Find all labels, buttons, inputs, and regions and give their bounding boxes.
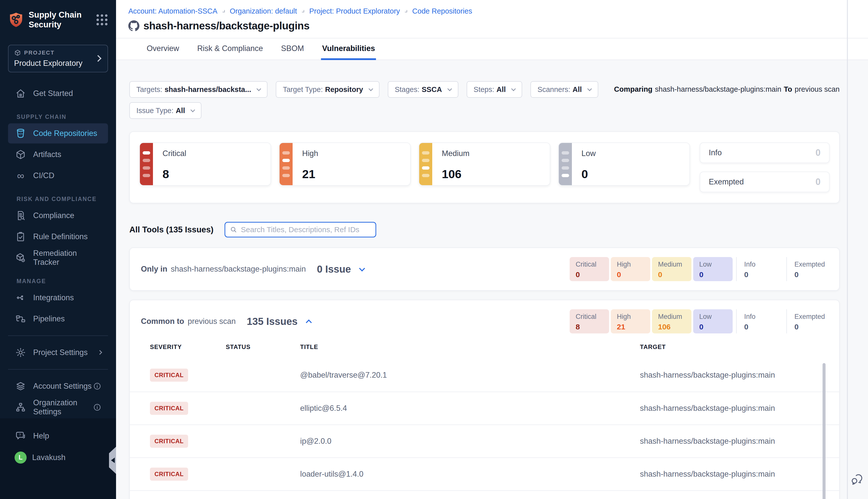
breadcrumb: Account: Automation-SSCA Organization: d… bbox=[128, 7, 868, 15]
sidebar-item-code-repositories[interactable]: </> Code Repositories bbox=[8, 123, 108, 144]
sidebar-item-get-started[interactable]: Get Started bbox=[8, 83, 108, 104]
issues-table: SEVERITY STATUS TITLE TARGET CRITICAL @b… bbox=[130, 339, 839, 499]
comparing-target: shash-harness/backstage-plugins:main bbox=[655, 85, 781, 93]
sidebar-item-pipelines[interactable]: Pipelines bbox=[8, 309, 108, 329]
table-scrollbar[interactable] bbox=[822, 363, 826, 499]
chevron-up-icon[interactable] bbox=[306, 319, 312, 325]
chevron-left-icon bbox=[111, 458, 115, 463]
comparing-scan: previous scan bbox=[795, 85, 840, 93]
column-header-target: TARGET bbox=[640, 343, 839, 351]
severity-bar-critical bbox=[140, 143, 153, 185]
module-grid-icon[interactable] bbox=[96, 13, 109, 26]
sidebar-item-label: Account Settings bbox=[33, 382, 92, 391]
cicd-infinity-icon: ∞ bbox=[15, 170, 27, 182]
issue-title[interactable]: @babel/traverse@7.20.1 bbox=[300, 370, 640, 380]
severity-bar-medium bbox=[419, 143, 432, 185]
tab-sbom[interactable]: SBOM bbox=[280, 38, 305, 60]
filter-stages[interactable]: Stages: SSCA bbox=[388, 81, 458, 98]
severity-badge: CRITICAL bbox=[150, 402, 188, 415]
filter-scanners[interactable]: Scanners: All bbox=[531, 81, 598, 98]
artifacts-cube-icon bbox=[15, 148, 27, 160]
severity-card-value: 8 bbox=[162, 167, 186, 181]
search-input[interactable] bbox=[241, 226, 371, 234]
tab-vulnerabilities[interactable]: Vulnerabilities bbox=[321, 38, 376, 60]
app-logo-shield-icon bbox=[8, 12, 24, 28]
chevron-right-icon bbox=[223, 10, 225, 12]
table-row[interactable]: CRITICAL parse-path@4.0.4 shash-harness/… bbox=[130, 490, 839, 499]
sidebar-item-organization-settings[interactable]: Organization Settings bbox=[8, 397, 108, 417]
user-menu[interactable]: L Lavakush bbox=[8, 448, 108, 467]
table-row[interactable]: CRITICAL ip@2.0.0 shash-harness/backstag… bbox=[130, 424, 839, 457]
sidebar-nav: Get Started SUPPLY CHAIN </> Code Reposi… bbox=[0, 82, 116, 418]
breadcrumb-account[interactable]: Account: Automation-SSCA bbox=[128, 7, 218, 15]
info-icon bbox=[93, 403, 101, 412]
sidebar-item-rule-definitions[interactable]: Rule Definitions bbox=[8, 227, 108, 247]
only-in-expander[interactable]: Only in shash-harness/backstage-plugins:… bbox=[130, 248, 839, 290]
sidebar-item-remediation-tracker[interactable]: Remediation Tracker bbox=[8, 248, 108, 268]
chevron-right-icon bbox=[405, 10, 407, 12]
column-header-status: STATUS bbox=[226, 343, 300, 351]
only-in-count: 0 Issue bbox=[317, 264, 351, 275]
project-cube-icon bbox=[14, 49, 21, 56]
sidebar-item-cicd[interactable]: ∞ CI/CD bbox=[8, 166, 108, 186]
nav-section-risk-compliance: RISK AND COMPLIANCE bbox=[16, 196, 116, 203]
breadcrumb-organization[interactable]: Organization: default bbox=[230, 7, 297, 15]
pill-high: High 0 bbox=[611, 257, 650, 281]
project-label: PROJECT bbox=[24, 49, 54, 56]
pill-low: Low 0 bbox=[693, 309, 733, 333]
table-row[interactable]: CRITICAL loader-utils@1.4.0 shash-harnes… bbox=[130, 457, 839, 490]
sidebar-item-project-settings[interactable]: Project Settings bbox=[8, 342, 108, 363]
page-title: shash-harness/backstage-plugins bbox=[144, 20, 309, 32]
pill-critical: Critical 0 bbox=[570, 257, 609, 281]
filter-target-type[interactable]: Target Type: Repository bbox=[276, 81, 380, 98]
pill-low: Low 0 bbox=[693, 257, 733, 281]
all-tools-heading: All Tools (135 Issues) bbox=[129, 225, 213, 234]
sidebar-item-account-settings[interactable]: Account Settings bbox=[8, 376, 108, 396]
issue-title[interactable]: elliptic@6.5.4 bbox=[300, 404, 640, 413]
severity-bar-low bbox=[559, 143, 572, 185]
tab-risk-compliance[interactable]: Risk & Compliance bbox=[196, 38, 264, 60]
chat-bubbles-icon[interactable] bbox=[851, 472, 864, 486]
table-row[interactable]: CRITICAL @babel/traverse@7.20.1 shash-ha… bbox=[130, 358, 839, 391]
sidebar-item-integrations[interactable]: Integrations bbox=[8, 288, 108, 308]
filter-issue-type[interactable]: Issue Type: All bbox=[129, 102, 201, 119]
filter-steps[interactable]: Steps: All bbox=[467, 81, 522, 98]
sidebar-item-label: Rule Definitions bbox=[33, 232, 88, 241]
app-title: Supply Chain Security bbox=[29, 10, 82, 30]
issue-target: shash-harness/backstage-plugins:main bbox=[640, 370, 839, 380]
issue-title[interactable]: loader-utils@1.4.0 bbox=[300, 470, 640, 479]
breadcrumb-code-repositories[interactable]: Code Repositories bbox=[412, 7, 472, 15]
home-icon bbox=[15, 87, 27, 99]
project-selector[interactable]: PROJECT Product Exploratory bbox=[8, 45, 108, 72]
table-header-row: SEVERITY STATUS TITLE TARGET bbox=[130, 343, 839, 351]
pill-info: Info 0 bbox=[736, 309, 783, 333]
sidebar-item-label: Code Repositories bbox=[33, 129, 97, 138]
brand-row: Supply Chain Security bbox=[0, 0, 116, 30]
sidebar-item-help[interactable]: ? Help bbox=[8, 426, 108, 446]
common-expander[interactable]: Common to previous scan 135 Issues Criti… bbox=[130, 300, 839, 339]
breadcrumb-project[interactable]: Project: Product Exploratory bbox=[309, 7, 400, 15]
pill-exempted: Exempted 0 bbox=[786, 257, 833, 281]
sidebar-item-label: Project Settings bbox=[33, 348, 88, 357]
page-scrollbar-track[interactable] bbox=[847, 0, 848, 499]
help-chat-icon: ? bbox=[15, 430, 27, 442]
chevron-down-icon bbox=[511, 86, 516, 91]
tab-overview[interactable]: Overview bbox=[146, 38, 180, 60]
nav-divider bbox=[8, 369, 108, 369]
common-panel: Common to previous scan 135 Issues Criti… bbox=[129, 300, 840, 499]
info-card: Info 0 bbox=[700, 143, 830, 163]
table-row[interactable]: CRITICAL elliptic@6.5.4 shash-harness/ba… bbox=[130, 391, 839, 424]
issue-title[interactable]: ip@2.0.0 bbox=[300, 437, 640, 446]
nav-divider bbox=[8, 336, 108, 336]
account-layers-icon bbox=[15, 380, 27, 392]
project-name: Product Exploratory bbox=[14, 59, 102, 68]
chevron-down-icon[interactable] bbox=[359, 265, 365, 271]
chevron-down-icon bbox=[190, 108, 195, 112]
filter-targets[interactable]: Targets: shash-harness/backsta... bbox=[129, 81, 268, 98]
severity-card-label: Critical bbox=[162, 149, 186, 158]
sidebar-item-artifacts[interactable]: Artifacts bbox=[8, 145, 108, 165]
code-repository-icon: </> bbox=[15, 127, 27, 139]
sidebar-item-compliance[interactable]: Compliance bbox=[8, 206, 108, 226]
common-prefix: Common to bbox=[141, 317, 184, 326]
svg-text:?: ? bbox=[19, 433, 21, 437]
